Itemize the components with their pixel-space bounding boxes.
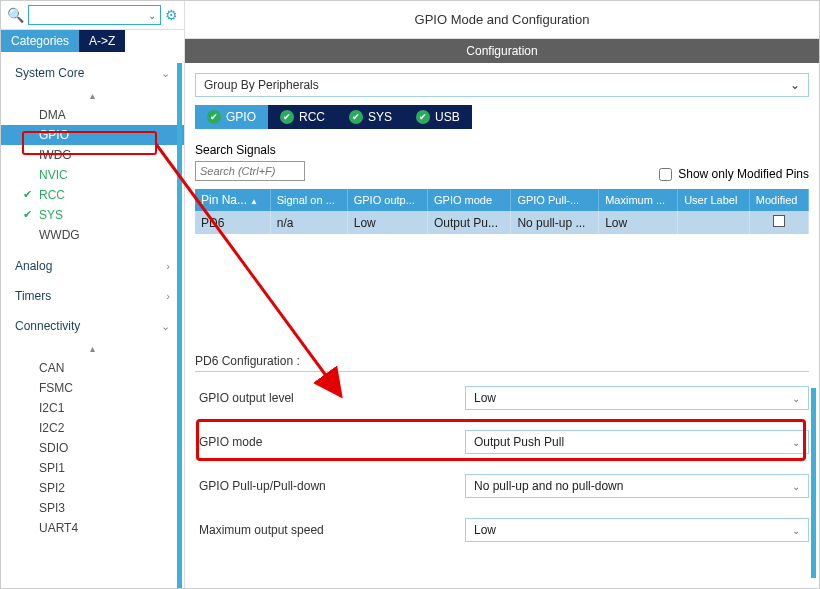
col-pin[interactable]: Pin Na...▲ (195, 189, 270, 211)
collapse-up-icon[interactable]: ▴ (1, 341, 184, 356)
sidebar-item-spi1[interactable]: SPI1 (1, 458, 184, 478)
col-max[interactable]: Maximum ... (599, 189, 678, 211)
tab-label: SYS (368, 110, 392, 124)
chevron-down-icon: ⌄ (161, 67, 170, 80)
tab-rcc[interactable]: ✔RCC (268, 105, 337, 129)
search-signals-label: Search Signals (195, 143, 305, 157)
cfg-label: GPIO Pull-up/Pull-down (195, 479, 465, 493)
chevron-down-icon: ⌄ (161, 320, 170, 333)
cfg-select-speed[interactable]: Low ⌄ (465, 518, 809, 542)
cat-label: System Core (15, 66, 84, 80)
tab-categories[interactable]: Categories (1, 30, 79, 52)
check-icon: ✔ (349, 110, 363, 124)
cat-label: Connectivity (15, 319, 80, 333)
chevron-right-icon: › (166, 260, 170, 272)
col-outp[interactable]: GPIO outp... (347, 189, 427, 211)
search-signals-input[interactable] (195, 161, 305, 181)
gear-icon[interactable]: ⚙ (165, 7, 178, 23)
cfg-label: GPIO mode (195, 435, 465, 449)
sidebar-search[interactable]: ⌄ (28, 5, 161, 25)
category-list: System Core ⌄ ▴ DMA GPIO IWDG NVIC RCC S… (1, 52, 184, 550)
chevron-down-icon: ⌄ (792, 437, 800, 448)
cfg-value: No pull-up and no pull-down (474, 479, 623, 493)
main-panel: GPIO Mode and Configuration Configuratio… (185, 1, 819, 588)
sidebar-item-sdio[interactable]: SDIO (1, 438, 184, 458)
cat-analog[interactable]: Analog › (1, 251, 184, 281)
cat-connectivity[interactable]: Connectivity ⌄ (1, 311, 184, 341)
sidebar: 🔍 ⌄ ⚙ Categories A->Z System Core ⌄ ▴ DM… (1, 1, 185, 588)
show-modified-label: Show only Modified Pins (678, 167, 809, 181)
sort-icon: ▲ (250, 197, 258, 206)
sidebar-item-rcc[interactable]: RCC (1, 185, 184, 205)
cfg-select-pull[interactable]: No pull-up and no pull-down ⌄ (465, 474, 809, 498)
tab-gpio[interactable]: ✔GPIO (195, 105, 268, 129)
check-icon: ✔ (280, 110, 294, 124)
cat-label: Timers (15, 289, 51, 303)
chevron-right-icon: › (166, 290, 170, 302)
cfg-select-gpio-mode[interactable]: Output Push Pull ⌄ (465, 430, 809, 454)
modified-checkbox[interactable] (773, 215, 785, 227)
group-by-select[interactable]: Group By Peripherals ⌄ (195, 73, 809, 97)
chevron-down-icon[interactable]: ⌄ (148, 10, 156, 21)
cell-label (678, 211, 750, 234)
table-row[interactable]: PD6 n/a Low Output Pu... No pull-up ... … (195, 211, 809, 234)
cfg-row-output-level: GPIO output level Low ⌄ (195, 382, 809, 414)
tab-usb[interactable]: ✔USB (404, 105, 472, 129)
collapse-up-icon[interactable]: ▴ (1, 88, 184, 103)
sidebar-search-input[interactable] (33, 7, 145, 23)
search-icon: 🔍 (7, 7, 24, 23)
cfg-row-gpio-mode: GPIO mode Output Push Pull ⌄ (195, 426, 809, 458)
sidebar-item-i2c1[interactable]: I2C1 (1, 398, 184, 418)
check-icon: ✔ (416, 110, 430, 124)
cfg-select-output-level[interactable]: Low ⌄ (465, 386, 809, 410)
cfg-row-speed: Maximum output speed Low ⌄ (195, 514, 809, 546)
sidebar-item-sys[interactable]: SYS (1, 205, 184, 225)
cell-signal: n/a (270, 211, 347, 234)
chevron-down-icon: ⌄ (792, 525, 800, 536)
check-icon: ✔ (207, 110, 221, 124)
cfg-value: Low (474, 523, 496, 537)
sidebar-item-dma[interactable]: DMA (1, 105, 184, 125)
show-modified-checkbox[interactable]: Show only Modified Pins (659, 167, 809, 181)
sidebar-item-can[interactable]: CAN (1, 358, 184, 378)
sidebar-item-uart4[interactable]: UART4 (1, 518, 184, 538)
group-by-value: Group By Peripherals (204, 78, 319, 92)
tab-label: GPIO (226, 110, 256, 124)
cfg-label: GPIO output level (195, 391, 465, 405)
col-signal[interactable]: Signal on ... (270, 189, 347, 211)
tab-sys[interactable]: ✔SYS (337, 105, 404, 129)
cfg-value: Low (474, 391, 496, 405)
col-mod[interactable]: Modified (749, 189, 808, 211)
sidebar-item-gpio[interactable]: GPIO (1, 125, 184, 145)
sidebar-item-nvic[interactable]: NVIC (1, 165, 184, 185)
col-pull[interactable]: GPIO Pull-... (511, 189, 599, 211)
col-label[interactable]: User Label (678, 189, 750, 211)
sidebar-item-spi2[interactable]: SPI2 (1, 478, 184, 498)
cat-timers[interactable]: Timers › (1, 281, 184, 311)
sidebar-item-fsmc[interactable]: FSMC (1, 378, 184, 398)
cell-pin: PD6 (195, 211, 270, 234)
sidebar-item-iwdg[interactable]: IWDG (1, 145, 184, 165)
tab-label: USB (435, 110, 460, 124)
sidebar-item-wwdg[interactable]: WWDG (1, 225, 184, 245)
pd6-config-title: PD6 Configuration : (195, 354, 809, 372)
sidebar-scrollbar[interactable] (177, 63, 182, 588)
tab-label: RCC (299, 110, 325, 124)
cell-mode: Output Pu... (427, 211, 510, 234)
main-scrollbar[interactable] (811, 388, 816, 578)
sidebar-item-spi3[interactable]: SPI3 (1, 498, 184, 518)
cat-system-core[interactable]: System Core ⌄ (1, 58, 184, 88)
cell-max: Low (599, 211, 678, 234)
col-mode[interactable]: GPIO mode (427, 189, 510, 211)
tab-az[interactable]: A->Z (79, 30, 125, 52)
page-title: GPIO Mode and Configuration (185, 1, 819, 39)
cell-mod (749, 211, 808, 234)
show-modified-input[interactable] (659, 168, 672, 181)
peripheral-tabs: ✔GPIO ✔RCC ✔SYS ✔USB (195, 105, 809, 129)
cat-label: Analog (15, 259, 52, 273)
cfg-row-pull: GPIO Pull-up/Pull-down No pull-up and no… (195, 470, 809, 502)
cfg-label: Maximum output speed (195, 523, 465, 537)
chevron-down-icon: ⌄ (792, 481, 800, 492)
sidebar-item-i2c2[interactable]: I2C2 (1, 418, 184, 438)
cfg-value: Output Push Pull (474, 435, 564, 449)
